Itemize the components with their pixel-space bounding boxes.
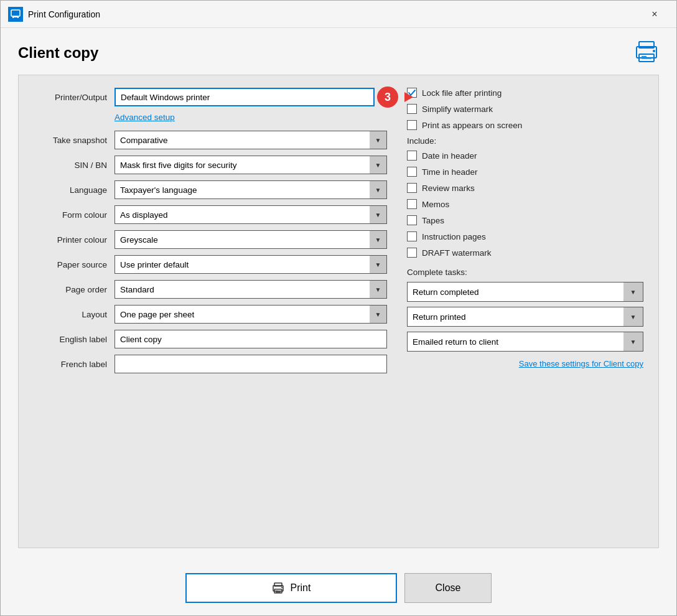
include-checkbox-label-2: Review marks xyxy=(422,184,475,193)
page-title: Client copy xyxy=(18,44,98,62)
print-button[interactable]: Print xyxy=(185,573,397,603)
dropdown-4[interactable]: Greyscale xyxy=(114,230,387,249)
form-row-9: French label xyxy=(34,355,387,373)
include-checkbox-label-6: DRAFT watermark xyxy=(422,248,492,258)
include-checkbox-label-5: Instruction pages xyxy=(422,232,486,241)
dropdown-5[interactable]: Use printer default xyxy=(114,255,387,274)
include-checkbox-label-1: Time in header xyxy=(422,167,478,177)
svg-point-8 xyxy=(653,50,655,52)
form-row-2: LanguageTaxpayer's language▼ xyxy=(34,180,387,199)
include-checkbox-6[interactable] xyxy=(407,248,417,258)
save-settings-link[interactable]: Save these settings for Client copy xyxy=(407,359,643,368)
printer-output-label: Printer/Output xyxy=(34,93,114,102)
badge-number: 3 xyxy=(377,86,398,108)
top-checkbox-label-1: Simplify watermark xyxy=(422,105,493,114)
form-label-6: Page order xyxy=(34,285,114,294)
dropdown-2[interactable]: Taxpayer's language xyxy=(114,180,387,199)
top-checkboxes: Lock file after printingSimplify waterma… xyxy=(407,88,643,130)
include-checkbox-label-4: Tapes xyxy=(422,216,444,225)
svg-rect-0 xyxy=(11,10,20,16)
include-checkbox-row-6: DRAFT watermark xyxy=(407,248,643,258)
form-row-5: Paper sourceUse printer default▼ xyxy=(34,255,387,274)
select-wrapper-7: One page per sheet▼ xyxy=(114,305,387,324)
form-label-7: Layout xyxy=(34,310,114,319)
form-row-4: Printer colourGreyscale▼ xyxy=(34,230,387,249)
top-checkbox-row-1: Simplify watermark xyxy=(407,104,643,114)
printer-output-input[interactable] xyxy=(114,88,375,106)
form-label-2: Language xyxy=(34,185,114,195)
task-dropdown-0[interactable]: Return completed xyxy=(407,282,643,302)
include-checkbox-row-4: Tapes xyxy=(407,215,643,225)
two-column-layout: Printer/Output 3 Advanced setup Take sna… xyxy=(34,88,643,380)
top-checkbox-2[interactable] xyxy=(407,120,417,130)
settings-panel: Printer/Output 3 Advanced setup Take sna… xyxy=(18,75,659,548)
top-checkbox-label-2: Print as appears on screen xyxy=(422,121,522,130)
task-dropdown-wrapper-2: Emailed return to client▼ xyxy=(407,332,643,352)
text-input-8[interactable] xyxy=(114,330,387,348)
dropdown-0[interactable]: Comparative xyxy=(114,131,387,149)
title-bar: Print Configuration × xyxy=(1,1,676,28)
form-label-3: Form colour xyxy=(34,210,114,220)
select-wrapper-1: Mask first five digits for security▼ xyxy=(114,156,387,174)
include-checkbox-1[interactable] xyxy=(407,167,417,177)
right-column: Lock file after printingSimplify waterma… xyxy=(407,88,643,380)
top-checkbox-1[interactable] xyxy=(407,104,417,114)
top-checkbox-label-0: Lock file after printing xyxy=(422,88,502,98)
window-close-button[interactable]: × xyxy=(640,4,669,24)
include-checkbox-0[interactable] xyxy=(407,151,417,161)
badge-arrow xyxy=(404,92,413,102)
svg-rect-12 xyxy=(276,590,278,591)
form-rows: Take snapshotComparative▼SIN / BNMask fi… xyxy=(34,131,387,373)
form-label-0: Take snapshot xyxy=(34,136,114,145)
content-area: Client copy Printer/Output xyxy=(1,28,676,561)
form-row-3: Form colourAs displayed▼ xyxy=(34,205,387,224)
dropdown-1[interactable]: Mask first five digits for security xyxy=(114,156,387,174)
include-checkbox-3[interactable] xyxy=(407,199,417,209)
include-checkbox-label-0: Date in header xyxy=(422,151,477,161)
task-dropdown-wrapper-1: Return printed▼ xyxy=(407,307,643,327)
text-input-9[interactable] xyxy=(114,355,387,373)
close-button[interactable]: Close xyxy=(404,573,492,603)
dropdown-7[interactable]: One page per sheet xyxy=(114,305,387,324)
include-checkbox-5[interactable] xyxy=(407,231,417,241)
include-checkbox-4[interactable] xyxy=(407,215,417,225)
svg-rect-6 xyxy=(642,56,647,57)
include-checkbox-row-5: Instruction pages xyxy=(407,231,643,241)
dropdown-3[interactable]: As displayed xyxy=(114,205,387,224)
printer-output-row: Printer/Output 3 xyxy=(34,88,387,106)
top-checkbox-row-0: Lock file after printing xyxy=(407,88,643,98)
select-wrapper-0: Comparative▼ xyxy=(114,131,387,149)
window-title: Print Configuration xyxy=(28,9,640,19)
task-dropdown-1[interactable]: Return printed xyxy=(407,307,643,327)
main-window: Print Configuration × Client copy xyxy=(0,0,677,616)
form-row-6: Page orderStandard▼ xyxy=(34,280,387,299)
bottom-bar: Print Close xyxy=(1,561,676,615)
task-dropdown-wrapper-0: Return completed▼ xyxy=(407,282,643,302)
select-wrapper-3: As displayed▼ xyxy=(114,205,387,224)
include-checkboxes: Date in headerTime in headerReview marks… xyxy=(407,151,643,258)
printer-output-control: 3 xyxy=(114,88,387,106)
svg-point-14 xyxy=(281,587,282,588)
form-row-7: LayoutOne page per sheet▼ xyxy=(34,305,387,324)
svg-rect-13 xyxy=(276,592,281,592)
task-dropdown-2[interactable]: Emailed return to client xyxy=(407,332,643,352)
include-checkbox-row-3: Memos xyxy=(407,199,643,209)
include-checkbox-row-2: Review marks xyxy=(407,183,643,193)
task-dropdowns: Return completed▼Return printed▼Emailed … xyxy=(407,282,643,352)
select-wrapper-4: Greyscale▼ xyxy=(114,230,387,249)
form-label-1: SIN / BN xyxy=(34,161,114,170)
page-header: Client copy xyxy=(18,40,659,65)
svg-rect-7 xyxy=(642,58,651,59)
svg-rect-10 xyxy=(274,583,282,586)
form-row-0: Take snapshotComparative▼ xyxy=(34,131,387,149)
top-checkbox-row-2: Print as appears on screen xyxy=(407,120,643,130)
advanced-setup-link[interactable]: Advanced setup xyxy=(114,113,387,122)
left-column: Printer/Output 3 Advanced setup Take sna… xyxy=(34,88,387,380)
include-checkbox-2[interactable] xyxy=(407,183,417,193)
print-button-label: Print xyxy=(291,582,311,594)
form-label-9: French label xyxy=(34,360,114,369)
include-checkbox-row-0: Date in header xyxy=(407,151,643,161)
print-header-icon xyxy=(634,40,659,65)
select-wrapper-2: Taxpayer's language▼ xyxy=(114,180,387,199)
dropdown-6[interactable]: Standard xyxy=(114,280,387,299)
